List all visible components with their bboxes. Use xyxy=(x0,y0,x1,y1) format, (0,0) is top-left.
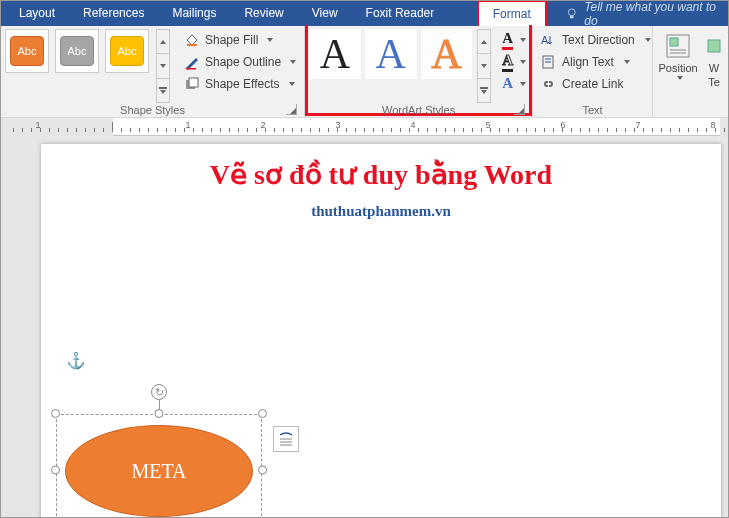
anchor-icon[interactable]: ⚓ xyxy=(66,351,86,370)
text-outline-button[interactable]: A xyxy=(500,51,528,72)
shape-outline-button[interactable]: Shape Outline xyxy=(180,51,300,72)
shape-fill-button[interactable]: Shape Fill xyxy=(180,29,300,50)
svg-point-0 xyxy=(568,8,575,15)
wordart-style-1[interactable]: A xyxy=(309,29,361,79)
wordart-gallery-expand[interactable] xyxy=(477,29,491,103)
position-icon xyxy=(664,32,692,60)
align-text-button[interactable]: Align Text xyxy=(537,51,654,72)
resize-handle-l[interactable] xyxy=(51,466,60,475)
chevron-down-icon xyxy=(645,38,651,42)
shape-effects-button[interactable]: Shape Effects xyxy=(180,73,300,94)
text-fill-icon: A xyxy=(502,30,513,50)
tab-mailings[interactable]: Mailings xyxy=(158,1,230,26)
dialog-launcher-icon[interactable] xyxy=(514,104,525,115)
create-link-button[interactable]: Create Link xyxy=(537,73,654,94)
wrap-text-button[interactable]: W Te xyxy=(703,29,725,118)
group-label-shape-styles: Shape Styles xyxy=(5,103,300,118)
group-label-text: Text xyxy=(537,103,648,118)
chevron-down-icon xyxy=(520,38,526,42)
tab-layout[interactable]: Layout xyxy=(5,1,69,26)
shape-effects-label: Shape Effects xyxy=(205,77,280,91)
tell-me-placeholder: Tell me what you want to do xyxy=(584,0,728,28)
group-label-wordart: WordArt Styles xyxy=(309,103,528,118)
svg-rect-14 xyxy=(708,40,720,52)
chevron-down-icon xyxy=(677,76,683,80)
text-outline-icon: A xyxy=(502,52,513,72)
swatch-text: Abc xyxy=(110,36,144,66)
lightbulb-icon xyxy=(565,7,579,21)
tell-me-search[interactable]: Tell me what you want to do xyxy=(565,0,728,28)
chevron-down-icon xyxy=(267,38,273,42)
effects-icon xyxy=(184,76,200,92)
svg-rect-3 xyxy=(186,68,196,70)
svg-rect-11 xyxy=(670,38,678,46)
wordart-style-2[interactable]: A xyxy=(365,29,417,79)
svg-rect-1 xyxy=(570,15,573,18)
resize-handle-tl[interactable] xyxy=(51,409,60,418)
layout-options-icon xyxy=(277,430,295,448)
bucket-icon xyxy=(184,32,200,48)
position-button[interactable]: Position xyxy=(657,29,699,118)
tab-view[interactable]: View xyxy=(298,1,352,26)
shape-fill-label: Shape Fill xyxy=(205,33,258,47)
chevron-down-icon xyxy=(290,60,296,64)
text-direction-icon: A xyxy=(540,32,556,48)
align-text-label: Align Text xyxy=(562,55,614,69)
resize-handle-r[interactable] xyxy=(258,466,267,475)
document-title: Vẽ sơ đồ tư duy bằng Word xyxy=(81,158,681,191)
selected-shape[interactable]: ↻ META xyxy=(56,414,262,518)
chevron-down-icon xyxy=(289,82,295,86)
position-label: Position xyxy=(658,62,697,74)
shape-outline-label: Shape Outline xyxy=(205,55,281,69)
swatch-text: Abc xyxy=(60,36,94,66)
chevron-up-icon xyxy=(160,40,166,44)
align-text-icon xyxy=(540,54,556,70)
document-subtitle: thuthuatphanmem.vn xyxy=(81,203,681,220)
chevron-down-icon xyxy=(520,60,526,64)
svg-rect-5 xyxy=(189,78,198,87)
wrap-label2: Te xyxy=(708,76,720,88)
text-effects-button[interactable]: A xyxy=(500,73,528,94)
text-effects-icon: A xyxy=(502,75,513,92)
pen-icon xyxy=(184,54,200,70)
shape-style-swatch-1[interactable]: Abc xyxy=(5,29,49,73)
wrap-label: W xyxy=(709,62,719,74)
swatch-text: Abc xyxy=(10,36,44,66)
wordart-style-3[interactable]: A xyxy=(421,29,473,79)
tab-foxit[interactable]: Foxit Reader PDF xyxy=(352,1,473,26)
dialog-launcher-icon[interactable] xyxy=(286,104,297,115)
tab-references[interactable]: References xyxy=(69,1,158,26)
chevron-down-icon xyxy=(520,82,526,86)
tab-review[interactable]: Review xyxy=(230,1,297,26)
chevron-down-icon xyxy=(624,60,630,64)
shape-text: META xyxy=(131,460,186,483)
text-direction-label: Text Direction xyxy=(562,33,635,47)
rotate-handle[interactable]: ↻ xyxy=(151,384,167,400)
chevron-down-icon xyxy=(160,64,166,68)
create-link-label: Create Link xyxy=(562,77,623,91)
tab-format[interactable]: Format xyxy=(477,0,547,27)
wrap-text-icon xyxy=(700,32,728,60)
horizontal-ruler[interactable]: 112345678 xyxy=(1,118,728,136)
shape-style-swatch-3[interactable]: Abc xyxy=(105,29,149,73)
layout-options-button[interactable] xyxy=(273,426,299,452)
shape-style-swatch-2[interactable]: Abc xyxy=(55,29,99,73)
svg-text:A: A xyxy=(541,34,549,46)
svg-rect-2 xyxy=(187,44,197,46)
resize-handle-tr[interactable] xyxy=(258,409,267,418)
link-icon xyxy=(540,76,556,92)
text-direction-button[interactable]: A Text Direction xyxy=(537,29,654,50)
ellipse-shape[interactable]: META xyxy=(65,425,253,517)
shape-style-gallery-expand[interactable] xyxy=(156,29,170,103)
resize-handle-t[interactable] xyxy=(155,409,164,418)
text-fill-button[interactable]: A xyxy=(500,29,528,50)
